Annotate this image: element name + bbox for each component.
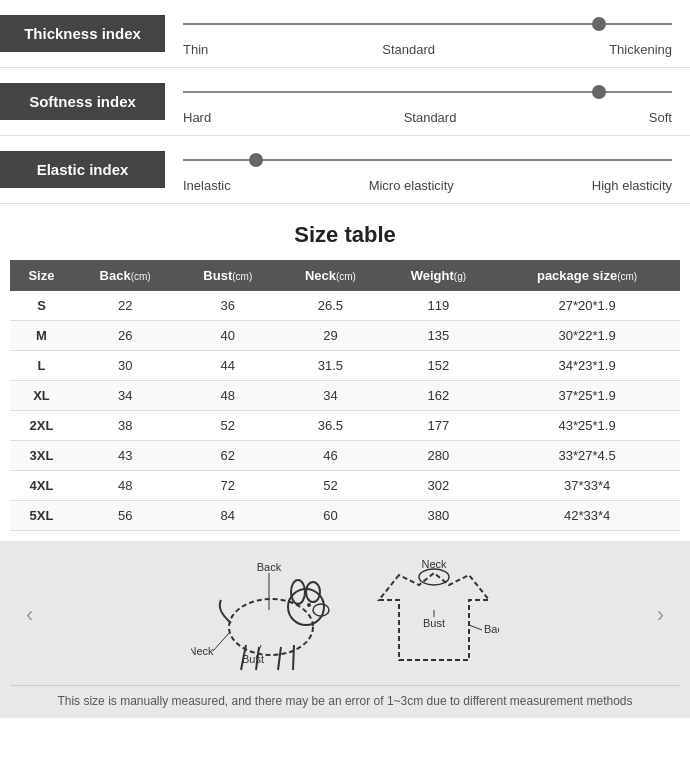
table-cell-1-3: 29 <box>278 321 382 351</box>
svg-point-17 <box>419 569 449 585</box>
table-cell-7-2: 84 <box>177 501 278 531</box>
slider-label-1-2: Soft <box>649 110 672 125</box>
table-cell-3-0: XL <box>10 381 73 411</box>
slider-label-0-2: Thickening <box>609 42 672 57</box>
table-cell-7-0: 5XL <box>10 501 73 531</box>
table-cell-5-1: 43 <box>73 441 177 471</box>
svg-point-0 <box>229 599 313 655</box>
svg-text:Bust: Bust <box>423 617 445 629</box>
svg-line-13 <box>213 633 229 651</box>
index-section-0: Thickness indexThinStandardThickening <box>0 0 690 68</box>
index-slider-area-1: HardStandardSoft <box>165 78 690 125</box>
table-row: 2XL385236.517743*25*1.9 <box>10 411 680 441</box>
svg-text:Neck: Neck <box>421 558 447 570</box>
slider-dot-0 <box>592 17 606 31</box>
table-header-5: package size(cm) <box>494 260 680 291</box>
svg-text:Back: Back <box>257 561 282 573</box>
table-cell-6-5: 37*33*4 <box>494 471 680 501</box>
table-cell-6-2: 72 <box>177 471 278 501</box>
svg-line-8 <box>278 647 281 670</box>
table-header-0: Size <box>10 260 73 291</box>
table-cell-2-2: 44 <box>177 351 278 381</box>
table-cell-4-3: 36.5 <box>278 411 382 441</box>
table-cell-5-5: 33*27*4.5 <box>494 441 680 471</box>
table-cell-4-1: 38 <box>73 411 177 441</box>
table-cell-0-3: 26.5 <box>278 291 382 321</box>
table-cell-6-4: 302 <box>383 471 494 501</box>
table-cell-7-1: 56 <box>73 501 177 531</box>
table-row: M26402913530*22*1.9 <box>10 321 680 351</box>
index-label-2: Elastic index <box>0 151 165 188</box>
index-section-1: Softness indexHardStandardSoft <box>0 68 690 136</box>
table-header-1: Back(cm) <box>73 260 177 291</box>
table-cell-0-4: 119 <box>383 291 494 321</box>
table-cell-1-4: 135 <box>383 321 494 351</box>
slider-dot-2 <box>249 153 263 167</box>
table-cell-2-4: 152 <box>383 351 494 381</box>
slider-label-0-1: Standard <box>382 42 435 57</box>
slider-track-1 <box>183 91 672 93</box>
left-arrow-button[interactable]: ‹ <box>10 602 49 628</box>
table-header-3: Neck(cm) <box>278 260 382 291</box>
table-row: 5XL56846038042*33*4 <box>10 501 680 531</box>
table-cell-7-5: 42*33*4 <box>494 501 680 531</box>
table-cell-1-0: M <box>10 321 73 351</box>
table-row: L304431.515234*23*1.9 <box>10 351 680 381</box>
dog-diagram: Back Neck Bust <box>191 555 351 675</box>
table-row: XL34483416237*25*1.9 <box>10 381 680 411</box>
index-section-2: Elastic indexInelasticMicro elasticityHi… <box>0 136 690 204</box>
table-cell-5-0: 3XL <box>10 441 73 471</box>
table-cell-4-2: 52 <box>177 411 278 441</box>
table-cell-3-1: 34 <box>73 381 177 411</box>
size-table-title: Size table <box>10 222 680 248</box>
slider-label-1-0: Hard <box>183 110 211 125</box>
table-cell-3-5: 37*25*1.9 <box>494 381 680 411</box>
table-cell-5-4: 280 <box>383 441 494 471</box>
slider-label-2-2: High elasticity <box>592 178 672 193</box>
shirt-diagram: Neck Bust Back <box>369 555 499 675</box>
table-cell-0-0: S <box>10 291 73 321</box>
svg-point-5 <box>307 603 311 607</box>
table-cell-6-3: 52 <box>278 471 382 501</box>
table-cell-4-4: 177 <box>383 411 494 441</box>
table-row: S223626.511927*20*1.9 <box>10 291 680 321</box>
slider-track-2 <box>183 159 672 161</box>
svg-text:Neck: Neck <box>191 645 214 657</box>
svg-text:Back: Back <box>484 623 499 635</box>
svg-text:Bust: Bust <box>242 653 264 665</box>
table-cell-3-4: 162 <box>383 381 494 411</box>
table-cell-3-3: 34 <box>278 381 382 411</box>
table-cell-1-5: 30*22*1.9 <box>494 321 680 351</box>
table-cell-4-5: 43*25*1.9 <box>494 411 680 441</box>
index-slider-area-0: ThinStandardThickening <box>165 10 690 57</box>
table-cell-2-1: 30 <box>73 351 177 381</box>
index-label-0: Thickness index <box>0 15 165 52</box>
right-arrow-button[interactable]: › <box>641 602 680 628</box>
svg-line-9 <box>293 645 294 670</box>
slider-track-0 <box>183 23 672 25</box>
table-cell-7-3: 60 <box>278 501 382 531</box>
svg-line-22 <box>469 625 482 630</box>
size-table-section: Size table SizeBack(cm)Bust(cm)Neck(cm)W… <box>0 204 690 541</box>
table-cell-7-4: 380 <box>383 501 494 531</box>
table-row: 3XL43624628033*27*4.5 <box>10 441 680 471</box>
index-slider-area-2: InelasticMicro elasticityHigh elasticity <box>165 146 690 193</box>
slider-label-2-0: Inelastic <box>183 178 231 193</box>
table-header-2: Bust(cm) <box>177 260 278 291</box>
table-cell-2-0: L <box>10 351 73 381</box>
table-cell-4-0: 2XL <box>10 411 73 441</box>
table-cell-2-3: 31.5 <box>278 351 382 381</box>
diagram-row: ‹ <box>10 555 680 675</box>
table-cell-6-0: 4XL <box>10 471 73 501</box>
svg-point-3 <box>306 582 320 602</box>
slider-label-2-1: Micro elasticity <box>369 178 454 193</box>
table-cell-1-1: 26 <box>73 321 177 351</box>
slider-label-1-1: Standard <box>404 110 457 125</box>
slider-label-0-0: Thin <box>183 42 208 57</box>
table-cell-6-1: 48 <box>73 471 177 501</box>
table-cell-3-2: 48 <box>177 381 278 411</box>
diagram-note: This size is manually measured, and ther… <box>10 685 680 708</box>
diagram-section: ‹ <box>0 541 690 718</box>
index-label-1: Softness index <box>0 83 165 120</box>
table-cell-0-1: 22 <box>73 291 177 321</box>
